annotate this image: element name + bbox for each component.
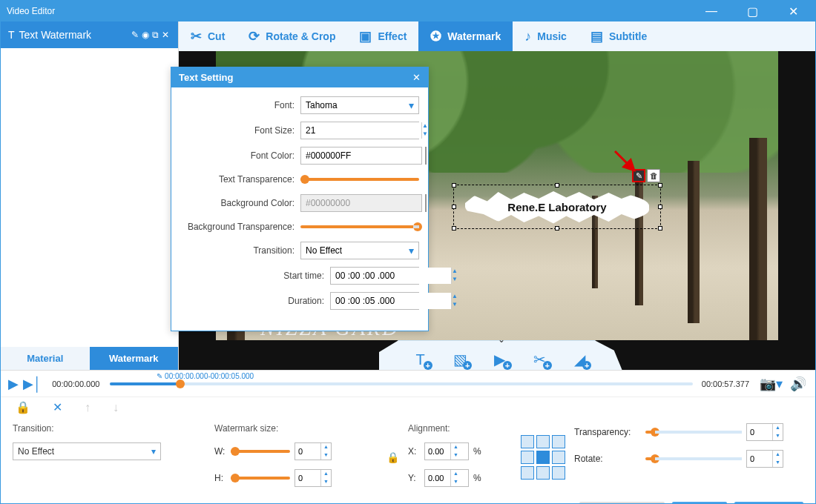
w-spinner[interactable]: ▲▼ [295, 442, 332, 460]
scissors-icon: ✂ [191, 28, 202, 44]
lock-icon[interactable]: 🔒 [16, 400, 30, 414]
transp-slider[interactable] [645, 431, 742, 434]
bgtrans-slider[interactable] [300, 225, 419, 228]
move-up-icon[interactable]: ↑ [85, 401, 91, 414]
add-video-icon[interactable]: ▶+ [491, 351, 509, 368]
y-spinner[interactable]: ▲▼ [424, 469, 469, 487]
side-header: TText Watermark ✎ ◉ ⧉ ✕ [1, 21, 178, 48]
h-spinner[interactable]: ▲▼ [295, 469, 332, 487]
h-slider[interactable] [231, 477, 290, 480]
duration-spinner[interactable]: ▲▼ [330, 292, 419, 310]
duration-input[interactable] [331, 293, 451, 309]
move-down-icon[interactable]: ↓ [113, 401, 119, 414]
rotate-input[interactable] [747, 451, 772, 467]
start-input[interactable] [331, 268, 451, 284]
w-input[interactable] [295, 443, 320, 460]
tab-rotate-crop[interactable]: ⟳Rotate & Crop [237, 21, 347, 51]
text-setting-popup: Text Setting ✕ Font: Tahoma Font Size: ▲… [171, 67, 429, 331]
range-marker: ✎ 00:00:00.000-00:00:05.000 [157, 372, 254, 380]
fontsize-label: Font Size: [180, 125, 295, 136]
sub-tab-watermark[interactable]: Watermark [90, 347, 179, 370]
transition-p-select[interactable]: No Effect [300, 242, 419, 259]
popup-title: Text Setting [179, 72, 412, 83]
bgcolor-swatch[interactable] [425, 194, 427, 212]
font-select[interactable]: Tahoma [300, 96, 419, 114]
tree-decor [688, 161, 700, 322]
start-label: Start time: [180, 271, 324, 281]
properties-panel: Transition: No Effect Watermark size: W:… [1, 417, 815, 496]
crop-icon: ⟳ [249, 28, 260, 44]
pct: % [473, 473, 481, 483]
text-icon: T [8, 29, 15, 41]
transition-select[interactable]: No Effect [13, 442, 161, 460]
tab-label: Music [537, 30, 567, 42]
h-input[interactable] [295, 470, 320, 486]
close-button[interactable]: ✕ [768, 1, 809, 22]
transp-input[interactable] [747, 424, 772, 440]
bgcolor-input[interactable] [300, 194, 422, 212]
speaker-icon[interactable]: 🔊 [790, 376, 806, 392]
add-text-icon[interactable]: T+ [412, 351, 430, 368]
texttrans-slider[interactable] [300, 178, 419, 181]
effect-icon: ▣ [359, 28, 372, 44]
bgcolor-label: Background Color: [180, 198, 295, 208]
alignment-grid[interactable] [521, 435, 565, 480]
time-current: 00:00:00.000 [46, 379, 105, 388]
w-slider[interactable] [231, 450, 290, 453]
rotate-spinner[interactable]: ▲▼ [746, 450, 783, 468]
delete-icon[interactable]: ✕ [53, 400, 62, 414]
h-label: H: [214, 473, 226, 483]
remove-icon[interactable]: ✕ [162, 30, 169, 40]
font-label: Font: [180, 100, 295, 110]
watermark-overlay[interactable]: Rene.E Laboratory ✎ 🗑 [453, 185, 661, 229]
list-toolbar: 🔒 ✕ ↑ ↓ [1, 397, 815, 417]
red-arrow-annotation [612, 148, 642, 178]
view-icon[interactable]: ◉ [142, 30, 149, 40]
tab-music[interactable]: ♪Music [513, 21, 579, 51]
link-icon[interactable]: 🔒 [386, 451, 399, 463]
maximize-button[interactable]: ▢ [726, 1, 768, 22]
tab-subtitle[interactable]: ▤Subtitle [579, 21, 659, 51]
subtitle-icon: ▤ [590, 28, 603, 44]
edit-icon[interactable]: ✎ [131, 30, 139, 40]
play-icon[interactable]: ▶ [8, 376, 19, 392]
music-icon: ♪ [524, 29, 531, 44]
svg-line-0 [615, 151, 634, 170]
popup-close-icon[interactable]: ✕ [412, 72, 421, 83]
tab-cut[interactable]: ✂Cut [179, 21, 237, 51]
fontcolor-input[interactable] [300, 147, 422, 165]
w-label: W: [214, 446, 226, 457]
tab-effect[interactable]: ▣Effect [347, 21, 418, 51]
minimize-button[interactable]: — [685, 1, 726, 21]
add-remove-icon[interactable]: ◢+ [570, 351, 588, 368]
start-spinner[interactable]: ▲▼ [330, 267, 419, 285]
watermark-delete-icon[interactable]: 🗑 [647, 169, 660, 182]
x-input[interactable] [425, 443, 450, 460]
x-spinner[interactable]: ▲▼ [424, 442, 469, 460]
fontcolor-swatch[interactable] [425, 147, 427, 165]
fontsize-spinner[interactable]: ▲▼ [300, 122, 419, 139]
fontcolor-label: Font Color: [180, 150, 295, 161]
y-input[interactable] [425, 470, 450, 486]
transp-label: Transparency: [574, 427, 641, 437]
sub-tabs: Material Watermark [1, 347, 178, 370]
tab-label: Watermark [447, 30, 501, 42]
sub-tab-material[interactable]: Material [1, 347, 90, 370]
timeline-track[interactable]: ✎ 00:00:00.000-00:00:05.000 [110, 382, 692, 385]
timeline: ▶ ▶│ 00:00:00.000 ✎ 00:00:00.000-00:00:0… [1, 370, 815, 397]
duration-label: Duration: [180, 296, 324, 306]
font-value: Tahoma [306, 100, 338, 110]
texttrans-label: Text Transparence: [180, 174, 295, 185]
rotate-slider[interactable] [645, 457, 742, 460]
tab-label: Rotate & Crop [266, 30, 335, 42]
add-shape-icon[interactable]: ✂+ [531, 351, 549, 368]
step-icon[interactable]: ▶│ [23, 376, 42, 392]
snapshot-icon[interactable]: 📷▾ [760, 376, 783, 392]
add-image-icon[interactable]: ▧+ [451, 351, 469, 368]
transp-spinner[interactable]: ▲▼ [746, 423, 783, 441]
titlebar: Video Editor — ▢ ✕ [1, 1, 815, 21]
tab-watermark[interactable]: ✪Watermark [418, 21, 513, 51]
window-title: Video Editor [7, 6, 685, 16]
fontsize-input[interactable] [301, 122, 421, 139]
copy-icon[interactable]: ⧉ [152, 30, 159, 40]
